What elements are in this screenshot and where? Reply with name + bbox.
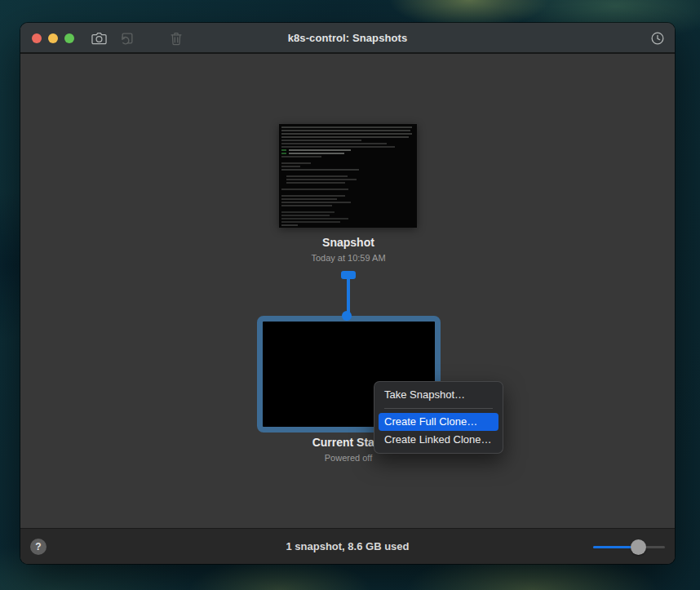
snapshots-window: k8s-control: Snapshots Snapshot Today at…	[20, 23, 675, 564]
zoom-slider-handle[interactable]	[631, 539, 646, 555]
desktop-wallpaper: k8s-control: Snapshots Snapshot Today at…	[0, 0, 700, 590]
snapshot-title: Snapshot	[259, 236, 438, 249]
snapshot-timestamp: Today at 10:59 AM	[259, 253, 438, 263]
snapshot-usage-summary: 1 snapshot, 8.6 GB used	[20, 529, 675, 565]
context-menu: Take Snapshot… Create Full Clone… Create…	[374, 381, 503, 454]
snapshot-node-label: Snapshot Today at 10:59 AM	[259, 236, 438, 263]
status-bar: ? 1 snapshot, 8.6 GB used	[20, 528, 675, 564]
current-state-power-status: Powered off	[259, 453, 438, 463]
menu-item-create-full-clone[interactable]: Create Full Clone…	[379, 413, 498, 431]
terminal-preview	[281, 126, 414, 226]
menu-item-take-snapshot[interactable]: Take Snapshot…	[379, 386, 498, 404]
menu-item-create-linked-clone[interactable]: Create Linked Clone…	[379, 431, 498, 449]
menu-separator	[384, 408, 493, 409]
snapshot-thumbnail[interactable]	[279, 124, 417, 228]
zoom-slider[interactable]	[593, 540, 665, 553]
tree-connector-dot	[342, 311, 352, 321]
auto-snapshots-button[interactable]	[649, 29, 667, 47]
snapshot-canvas: Snapshot Today at 10:59 AM Current State…	[20, 55, 675, 528]
titlebar[interactable]: k8s-control: Snapshots	[20, 23, 675, 54]
clock-icon	[650, 31, 665, 46]
window-title: k8s-control: Snapshots	[20, 23, 675, 54]
